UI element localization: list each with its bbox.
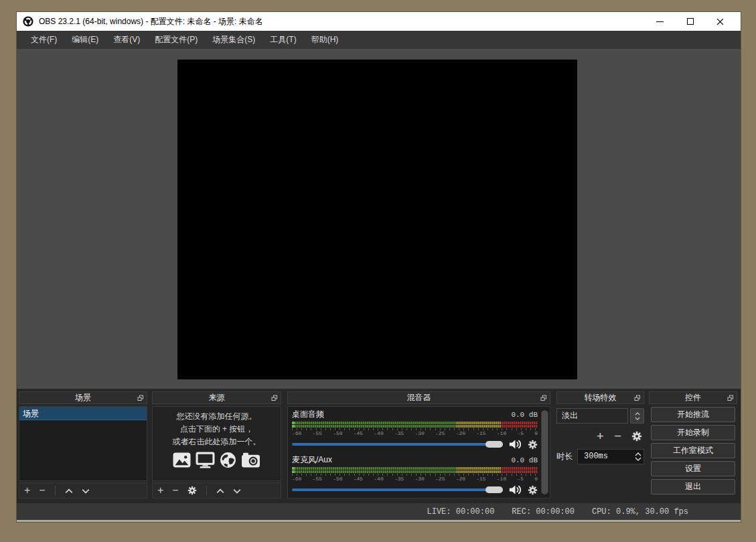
scale-label: 0 — [534, 431, 538, 436]
source-properties-button[interactable] — [187, 486, 197, 495]
start-recording-button[interactable]: 开始录制 — [651, 425, 735, 440]
menu-profile[interactable]: 配置文件(P) — [147, 31, 205, 49]
move-scene-down-button[interactable] — [82, 484, 90, 496]
menu-help[interactable]: 帮助(H) — [304, 31, 346, 49]
sources-panel-title: 来源 — [209, 393, 225, 402]
channel-settings-gear-icon[interactable] — [528, 440, 538, 450]
scale-label: -10 — [497, 431, 506, 436]
mixer-channel-desktop-audio: 桌面音频 0.0 dB -60-55-50-45-40-35-30-25-20-… — [292, 409, 538, 450]
speaker-icon[interactable] — [509, 439, 522, 450]
menu-edit[interactable]: 编辑(E) — [64, 31, 106, 49]
minimize-button[interactable] — [645, 12, 675, 31]
scale-label: -45 — [354, 431, 363, 436]
float-icon — [540, 395, 547, 401]
volume-slider[interactable] — [292, 488, 503, 491]
obs-window: OBS 23.2.1 (64-bit, windows) - 配置文件: 未命名… — [17, 12, 741, 522]
volume-slider[interactable] — [292, 443, 503, 446]
add-scene-button[interactable]: + — [24, 485, 30, 496]
scale-label: -20 — [456, 476, 465, 482]
volume-slider-handle[interactable] — [485, 486, 503, 493]
transitions-panel: 转场特效 淡出 + − — [556, 391, 644, 499]
scenes-panel-header[interactable]: 场景 — [19, 391, 147, 404]
title-bar[interactable]: OBS 23.2.1 (64-bit, windows) - 配置文件: 未命名… — [17, 12, 741, 31]
transition-select-value[interactable]: 淡出 — [556, 408, 628, 424]
speaker-icon[interactable] — [509, 484, 522, 495]
move-source-down-button[interactable] — [233, 484, 241, 496]
close-icon — [716, 18, 724, 25]
scale-label: -55 — [313, 431, 322, 436]
sources-panel-header[interactable]: 来源 — [152, 391, 281, 404]
duration-value[interactable]: 300ms — [578, 450, 633, 464]
move-down-icon — [233, 488, 241, 494]
volume-slider-handle[interactable] — [485, 441, 503, 448]
globe-icon — [220, 452, 236, 468]
sources-empty-area[interactable]: 您还没有添加任何源。 点击下面的 + 按钮， 或者右击此处添加一个。 — [152, 406, 281, 481]
exit-button[interactable]: 退出 — [651, 479, 735, 494]
remove-source-button[interactable]: − — [172, 485, 178, 496]
scale-label: -55 — [313, 476, 322, 482]
scenes-panel-title: 场景 — [75, 393, 91, 402]
float-icon — [271, 395, 278, 401]
menu-scene-collection[interactable]: 场景集合(S) — [205, 31, 262, 49]
maximize-button[interactable] — [675, 12, 705, 31]
channel-name: 麦克风/Aux — [292, 454, 332, 466]
channel-level-db: 0.0 dB — [511, 456, 538, 464]
move-up-icon — [216, 488, 224, 494]
image-icon — [173, 452, 191, 468]
remove-scene-button[interactable]: − — [39, 485, 45, 496]
scale-label: -40 — [374, 431, 383, 436]
preview-area[interactable] — [17, 49, 741, 389]
close-button[interactable] — [705, 12, 735, 31]
add-source-button[interactable]: + — [157, 485, 163, 496]
rec-time: REC: 00:00:00 — [512, 507, 575, 517]
menu-tools[interactable]: 工具(T) — [262, 31, 303, 49]
sources-panel: 来源 您还没有添加任何源。 点击下面的 + 按钮， 或者右击此处添加一个。 + … — [152, 391, 281, 499]
preview-canvas — [177, 60, 577, 379]
move-source-up-button[interactable] — [216, 484, 224, 496]
studio-mode-button[interactable]: 工作室模式 — [651, 443, 735, 458]
scale-label: -10 — [497, 476, 506, 482]
controls-body: 开始推流 开始录制 工作室模式 设置 退出 — [649, 406, 737, 499]
scene-list-item[interactable]: 场景 — [19, 407, 147, 420]
scale-label: -30 — [414, 476, 424, 482]
live-time: LIVE: 00:00:00 — [427, 507, 495, 517]
transition-properties-button[interactable] — [631, 431, 642, 442]
channel-level-db: 0.0 dB — [511, 411, 538, 419]
scale-label: -60 — [292, 476, 301, 482]
controls-panel-header[interactable]: 控件 — [649, 391, 737, 404]
scenes-list[interactable]: 场景 — [19, 406, 147, 481]
chevron-up-icon — [635, 412, 640, 416]
controls-panel-title: 控件 — [685, 393, 701, 402]
sources-empty-text: 点击下面的 + 按钮， — [180, 423, 254, 436]
scale-label: -60 — [292, 431, 301, 436]
source-type-icons — [173, 452, 260, 468]
settings-button[interactable]: 设置 — [651, 461, 735, 476]
duration-spinbox[interactable]: 300ms — [577, 449, 644, 464]
status-bar: LIVE: 00:00:00 REC: 00:00:00 CPU: 0.9%, … — [17, 503, 741, 520]
spin-up-icon[interactable] — [635, 452, 641, 456]
menu-bar: 文件(F) 编辑(E) 查看(V) 配置文件(P) 场景集合(S) 工具(T) … — [17, 31, 741, 49]
move-up-icon — [65, 488, 73, 494]
transition-select-spinner[interactable] — [630, 408, 644, 424]
mixer-scrollbar-thumb[interactable] — [541, 410, 548, 494]
spin-down-icon[interactable] — [635, 457, 641, 461]
minimize-icon — [656, 21, 664, 22]
scale-label: -35 — [394, 476, 404, 482]
start-streaming-button[interactable]: 开始推流 — [651, 407, 735, 422]
add-transition-button[interactable]: + — [597, 430, 604, 442]
window-title: OBS 23.2.1 (64-bit, windows) - 配置文件: 未命名… — [39, 16, 645, 27]
channel-settings-gear-icon[interactable] — [528, 485, 538, 495]
scale-label: -5 — [517, 431, 524, 436]
volume-meter: -60-55-50-45-40-35-30-25-20-15-10-50 — [292, 422, 538, 436]
move-down-icon — [82, 488, 90, 494]
menu-file[interactable]: 文件(F) — [23, 31, 64, 49]
scale-label: -15 — [476, 431, 485, 436]
transitions-panel-header[interactable]: 转场特效 — [556, 391, 644, 404]
transition-select[interactable]: 淡出 — [556, 408, 644, 424]
volume-meter: -60-55-50-45-40-35-30-25-20-15-10-50 — [292, 467, 538, 482]
mixer-panel-header[interactable]: 混音器 — [287, 391, 550, 404]
remove-transition-button[interactable]: − — [614, 430, 621, 442]
scenes-panel: 场景 场景 + − — [19, 391, 147, 499]
menu-view[interactable]: 查看(V) — [106, 31, 147, 49]
move-scene-up-button[interactable] — [65, 484, 73, 496]
